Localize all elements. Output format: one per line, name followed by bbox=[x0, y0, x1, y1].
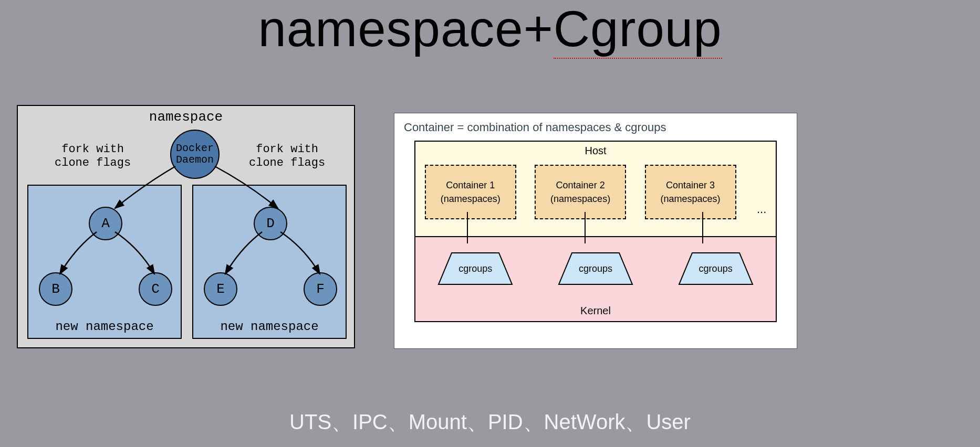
title-underline: Cgroup bbox=[554, 1, 722, 59]
connector-2 bbox=[585, 212, 586, 243]
containers-row: Container 1 (namespaces) Container 2 (na… bbox=[415, 165, 776, 219]
cgroup-1: cgroups bbox=[431, 248, 520, 290]
connector-1 bbox=[467, 212, 468, 243]
container-diagram: Container = combination of namespaces & … bbox=[394, 113, 797, 349]
kernel-label: Kernel bbox=[415, 305, 776, 317]
container-1-name: Container 1 bbox=[446, 178, 495, 192]
docker-line2: Daemon bbox=[176, 154, 214, 166]
node-d: D bbox=[254, 207, 287, 240]
container-3-name: Container 3 bbox=[666, 178, 715, 192]
host-label: Host bbox=[415, 145, 776, 157]
cgroup-2-label: cgroups bbox=[579, 263, 612, 274]
node-e: E bbox=[204, 272, 237, 306]
namespace-diagram: namespace Docker Daemon fork with clone … bbox=[17, 105, 355, 348]
new-namespace-right-label: new namespace bbox=[193, 320, 346, 334]
cgroup-1-label: cgroups bbox=[458, 263, 492, 274]
cgroup-2: cgroups bbox=[551, 248, 640, 290]
fork-label-right: fork with clone flags bbox=[249, 143, 325, 170]
new-namespace-left: A B C new namespace bbox=[27, 185, 182, 339]
namespace-outer-label: namespace bbox=[18, 109, 354, 125]
slide-title: namespace+Cgroup bbox=[0, 0, 980, 58]
docker-daemon-node: Docker Daemon bbox=[170, 130, 220, 179]
namespace-types-footer: UTS、IPC、Mount、PID、NetWork、User bbox=[0, 408, 980, 437]
container-1-sub: (namespaces) bbox=[441, 192, 501, 206]
node-f: F bbox=[304, 272, 337, 306]
cgroup-3: cgroups bbox=[671, 248, 760, 290]
docker-line1: Docker bbox=[176, 143, 214, 154]
container-2: Container 2 (namespaces) bbox=[535, 165, 626, 219]
title-prefix: namespace+ bbox=[258, 1, 553, 57]
container-diagram-heading: Container = combination of namespaces & … bbox=[404, 121, 787, 134]
host-box: Host Container 1 (namespaces) Container … bbox=[414, 141, 777, 237]
container-2-sub: (namespaces) bbox=[550, 192, 610, 206]
node-c: C bbox=[139, 272, 172, 306]
container-3: Container 3 (namespaces) bbox=[645, 165, 736, 219]
node-a: A bbox=[89, 207, 122, 240]
container-2-name: Container 2 bbox=[556, 178, 605, 192]
connector-3 bbox=[702, 212, 703, 243]
fork-label-left: fork with clone flags bbox=[55, 143, 131, 170]
cgroups-row: cgroups cgroups cgroups bbox=[415, 248, 776, 290]
new-namespace-left-label: new namespace bbox=[28, 320, 181, 334]
container-3-sub: (namespaces) bbox=[660, 192, 720, 206]
container-1: Container 1 (namespaces) bbox=[425, 165, 516, 219]
kernel-box: cgroups cgroups cgroups Kernel bbox=[414, 237, 777, 322]
node-b: B bbox=[39, 272, 72, 306]
new-namespace-right: D E F new namespace bbox=[192, 185, 347, 339]
cgroup-3-label: cgroups bbox=[699, 263, 733, 274]
containers-ellipsis: ... bbox=[755, 203, 766, 219]
